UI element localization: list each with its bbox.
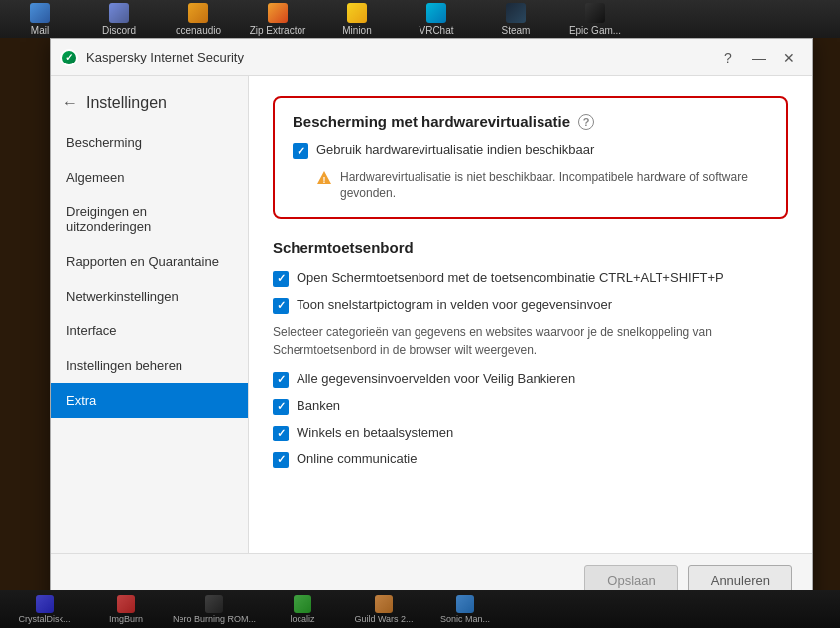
- tb-crystaldisk-label: CrystalDisk...: [18, 614, 70, 624]
- taskbar-epic[interactable]: Epic Gam...: [555, 0, 635, 38]
- sidebar-item-instellingen-beheren[interactable]: Instellingen beheren: [51, 348, 248, 383]
- taskbar-mail[interactable]: Mail: [0, 0, 79, 38]
- taskbar-mail-label: Mail: [31, 25, 49, 36]
- tb-locale[interactable]: localiz: [263, 590, 342, 628]
- skb-checkbox4-label: Banken: [297, 398, 340, 413]
- taskbar-epic-label: Epic Gam...: [569, 25, 621, 36]
- tb-sonic-label: Sonic Man...: [440, 614, 490, 624]
- kaspersky-dialog: Kaspersky Internet Security ? — ✕ ← Inst…: [50, 38, 813, 608]
- hw-section-title: Bescherming met hardwarevirtualisatie ?: [293, 113, 769, 130]
- skb-checkbox3-label: Alle gegevensinvoervelden voor Veilig Ba…: [297, 371, 575, 386]
- main-content-panel: Bescherming met hardwarevirtualisatie ? …: [249, 76, 812, 553]
- hw-checkbox[interactable]: [293, 143, 308, 159]
- settings-sidebar: ← Instellingen Bescherming Algemeen Drei…: [51, 76, 249, 553]
- tb-guild-label: Guild Wars 2...: [354, 614, 413, 624]
- taskbar-minion-label: Minion: [342, 25, 371, 36]
- sidebar-item-bescherming[interactable]: Bescherming: [51, 125, 248, 160]
- hw-checkbox-label: Gebruik hardwarevirtualisatie indien bes…: [316, 142, 594, 157]
- skb-checkbox1-row: Open Schermtoetsenbord met de toetsencom…: [273, 270, 788, 287]
- skb-checkbox2-row: Toon snelstartpictogram in velden voor g…: [273, 297, 788, 314]
- back-button[interactable]: ← Instellingen: [51, 86, 248, 120]
- tb-imgburn-label: ImgBurn: [109, 614, 143, 624]
- sidebar-item-rapporten[interactable]: Rapporten en Quarantaine: [51, 244, 248, 279]
- hw-warning-text: Hardwarevirtualisatie is niet beschikbaa…: [340, 169, 769, 202]
- skb-checkbox5-row: Winkels en betaalsystemen: [273, 425, 788, 441]
- settings-title: Instellingen: [86, 94, 167, 112]
- minion-icon: [347, 3, 367, 23]
- hw-help-icon[interactable]: ?: [578, 114, 594, 130]
- skb-checkbox1-label: Open Schermtoetsenbord met de toetsencom…: [297, 270, 724, 285]
- skb-checkbox6-label: Online communicatie: [297, 451, 417, 466]
- guild-icon: [375, 595, 393, 613]
- schermtoetsenbord-section: Schermtoetsenbord Open Schermtoetsenbord…: [273, 239, 788, 468]
- taskbar-minion[interactable]: Minion: [317, 0, 397, 38]
- taskbar-ocenaudio[interactable]: ocenaudio: [159, 0, 238, 38]
- zipextractor-icon: [268, 3, 288, 23]
- dialog-title: Kaspersky Internet Security: [86, 50, 715, 64]
- skb-checkbox5[interactable]: [273, 426, 289, 441]
- taskbar-bottom: CrystalDisk... ImgBurn Nero Burning ROM.…: [0, 590, 840, 628]
- taskbar-discord-label: Discord: [102, 25, 136, 36]
- skb-checkbox3-row: Alle gegevensinvoervelden voor Veilig Ba…: [273, 371, 788, 388]
- taskbar-steam-label: Steam: [502, 25, 531, 36]
- dialog-content: ← Instellingen Bescherming Algemeen Drei…: [51, 76, 812, 553]
- ocenaudio-icon: [188, 3, 208, 23]
- sidebar-item-algemeen[interactable]: Algemeen: [51, 160, 248, 194]
- discord-icon: [109, 3, 129, 23]
- skb-title: Schermtoetsenbord: [273, 239, 788, 256]
- skb-checkbox6-row: Online communicatie: [273, 451, 788, 468]
- help-button[interactable]: ?: [715, 47, 741, 68]
- close-button[interactable]: ✕: [777, 47, 802, 68]
- mail-icon: [30, 3, 50, 23]
- skb-checkbox3[interactable]: [273, 372, 289, 388]
- back-arrow-icon: ←: [62, 94, 78, 112]
- minimize-button[interactable]: —: [746, 47, 772, 68]
- tb-nero-label: Nero Burning ROM...: [173, 614, 256, 624]
- vrchat-icon: [426, 3, 446, 23]
- imgburn-icon: [117, 595, 135, 613]
- tb-locale-label: localiz: [291, 614, 315, 624]
- hw-title-text: Bescherming met hardwarevirtualisatie: [293, 113, 570, 130]
- locale-icon: [294, 595, 311, 613]
- hw-warning-row: ! Hardwarevirtualisatie is niet beschikb…: [316, 169, 769, 202]
- tb-imgburn[interactable]: ImgBurn: [86, 590, 166, 628]
- hw-checkbox-row: Gebruik hardwarevirtualisatie indien bes…: [293, 142, 769, 159]
- steam-icon: [506, 3, 526, 23]
- taskbar-discord[interactable]: Discord: [79, 0, 159, 38]
- sidebar-item-dreigingen[interactable]: Dreigingen en uitzonderingen: [51, 194, 248, 244]
- sonic-icon: [456, 595, 474, 613]
- nero-icon: [205, 595, 223, 613]
- skb-checkbox6[interactable]: [273, 452, 289, 468]
- hardware-virtualization-section: Bescherming met hardwarevirtualisatie ? …: [273, 96, 788, 219]
- epic-icon: [585, 3, 605, 23]
- taskbar-ocenaudio-label: ocenaudio: [176, 25, 221, 36]
- sidebar-item-netwerk[interactable]: Netwerkinstellingen: [51, 279, 248, 314]
- warning-icon: !: [316, 170, 332, 186]
- taskbar-vrchat-label: VRChat: [419, 25, 453, 36]
- tb-guild[interactable]: Guild Wars 2...: [344, 590, 423, 628]
- taskbar-top: Mail Discord ocenaudio Zip Extractor Min…: [0, 0, 840, 38]
- skb-checkbox2[interactable]: [273, 298, 289, 314]
- tb-sonic[interactable]: Sonic Man...: [425, 590, 505, 628]
- skb-checkbox4[interactable]: [273, 399, 289, 415]
- crystaldisk-icon: [36, 595, 54, 613]
- taskbar-zipextractor-label: Zip Extractor: [250, 25, 306, 36]
- sidebar-item-interface[interactable]: Interface: [51, 314, 248, 348]
- taskbar-vrchat[interactable]: VRChat: [397, 0, 476, 38]
- skb-checkbox1[interactable]: [273, 271, 289, 287]
- window-controls: ? — ✕: [715, 47, 802, 68]
- sidebar-item-extra[interactable]: Extra: [51, 383, 248, 418]
- skb-info-text: Selecteer categorieën van gegevens en we…: [273, 323, 788, 359]
- tb-crystaldisk[interactable]: CrystalDisk...: [5, 590, 84, 628]
- kaspersky-icon: [60, 49, 78, 66]
- skb-checkbox5-label: Winkels en betaalsystemen: [297, 425, 453, 440]
- svg-text:!: !: [323, 175, 326, 185]
- taskbar-steam[interactable]: Steam: [476, 0, 555, 38]
- skb-checkbox2-label: Toon snelstartpictogram in velden voor g…: [297, 297, 612, 312]
- taskbar-zipextractor[interactable]: Zip Extractor: [238, 0, 317, 38]
- skb-checkbox4-row: Banken: [273, 398, 788, 415]
- title-bar: Kaspersky Internet Security ? — ✕: [51, 39, 812, 76]
- tb-nero[interactable]: Nero Burning ROM...: [168, 590, 261, 628]
